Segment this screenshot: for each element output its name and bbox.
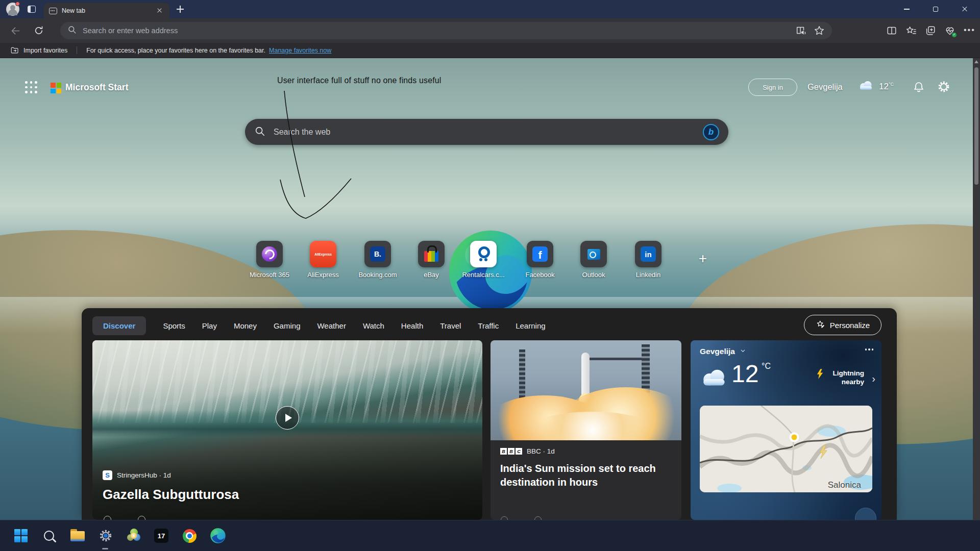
new-tab-button[interactable] bbox=[176, 5, 185, 14]
split-screen-icon[interactable] bbox=[886, 25, 897, 36]
header-weather-city[interactable]: Gevgelija bbox=[807, 82, 843, 92]
quick-link-microsoft365[interactable]: Microsoft 365 bbox=[248, 241, 291, 279]
edge-button[interactable] bbox=[210, 528, 226, 543]
annotation-text: User interface full of stuff no one find… bbox=[277, 76, 442, 85]
weather-card[interactable]: Gevgelija 12 °C Lightning nearby › bbox=[691, 340, 881, 520]
quick-link-rentalcars[interactable]: Rentalcars.c... bbox=[461, 241, 505, 279]
news-title[interactable]: India's Sun mission set to reach destina… bbox=[500, 462, 672, 489]
tab-close-icon[interactable] bbox=[155, 6, 164, 15]
gear-icon bbox=[99, 529, 113, 543]
windows-taskbar: S 17 ENG 4:04 07-Jan-24 bbox=[0, 520, 980, 551]
address-input[interactable] bbox=[83, 27, 795, 35]
header-weather-cloud-icon[interactable] bbox=[857, 81, 874, 93]
taskbar-search-button[interactable] bbox=[41, 528, 57, 543]
facebook-icon: f bbox=[532, 246, 548, 262]
quick-link-facebook[interactable]: f Facebook bbox=[518, 241, 562, 279]
start-button[interactable] bbox=[13, 528, 29, 543]
chrome-button[interactable] bbox=[182, 528, 197, 543]
feed-tab-bar: Discover Sports Play Money Gaming Weathe… bbox=[92, 315, 546, 336]
quick-link-outlook[interactable]: Outlook bbox=[572, 241, 616, 279]
caret-down-icon bbox=[740, 347, 746, 356]
tab-weather[interactable]: Weather bbox=[317, 321, 346, 330]
play-button[interactable] bbox=[276, 406, 299, 430]
scrollbar-thumb[interactable] bbox=[974, 67, 978, 185]
tab-travel[interactable]: Travel bbox=[440, 321, 461, 330]
browser-essentials-icon[interactable]: ✓ bbox=[944, 25, 955, 36]
chevron-right-icon[interactable]: › bbox=[872, 373, 875, 385]
metatrader-button[interactable]: S bbox=[126, 528, 141, 543]
window-maximize-button[interactable] bbox=[924, 0, 947, 18]
tab-actions-icon[interactable] bbox=[28, 5, 37, 14]
address-bar[interactable] bbox=[60, 22, 832, 39]
news-image-rocket-launch bbox=[491, 340, 681, 440]
manage-favorites-link[interactable]: Manage favorites now bbox=[269, 47, 331, 54]
weather-cloud-icon bbox=[699, 369, 728, 389]
profile-notification-dot bbox=[15, 2, 20, 6]
ebay-icon bbox=[424, 251, 438, 262]
weather-more-options-icon[interactable] bbox=[865, 348, 874, 350]
tab-play[interactable]: Play bbox=[202, 321, 217, 330]
collections-icon[interactable] bbox=[925, 25, 936, 36]
file-explorer-button[interactable] bbox=[70, 528, 85, 543]
window-minimize-button[interactable] bbox=[895, 0, 918, 18]
browser-tab[interactable]: New tab bbox=[44, 3, 169, 18]
feed-card-news[interactable]: BBC BBC · 1d India's Sun mission set to … bbox=[491, 340, 681, 520]
add-favorite-star-icon[interactable] bbox=[814, 25, 825, 36]
add-shortcut-plus-icon[interactable]: + bbox=[694, 250, 712, 267]
personalize-button[interactable]: Personalize bbox=[804, 315, 881, 335]
page-scrollbar[interactable] bbox=[973, 58, 980, 520]
reaction-icons-partial[interactable] bbox=[104, 516, 145, 520]
windows-logo-icon bbox=[14, 529, 28, 542]
import-favorites-button[interactable]: Import favorites bbox=[23, 47, 67, 54]
scrollbar-up-arrow[interactable] bbox=[974, 60, 978, 63]
sign-in-button[interactable]: Sign in bbox=[748, 79, 797, 96]
read-aloud-icon[interactable] bbox=[795, 25, 806, 36]
back-icon[interactable] bbox=[8, 23, 22, 38]
favorites-bar: Import favorites For quick access, place… bbox=[0, 43, 980, 58]
news-source-line: BBC · 1d bbox=[527, 447, 555, 455]
import-favorites-icon bbox=[10, 46, 19, 55]
tab-discover[interactable]: Discover bbox=[92, 316, 146, 335]
weather-alert[interactable]: Lightning nearby bbox=[803, 369, 864, 386]
settings-more-icon[interactable]: ••• bbox=[964, 25, 975, 36]
tab-money[interactable]: Money bbox=[234, 321, 257, 330]
lightning-icon bbox=[817, 369, 823, 381]
page-settings-gear-icon[interactable] bbox=[937, 80, 950, 93]
tab-gaming[interactable]: Gaming bbox=[274, 321, 301, 330]
tab-traffic[interactable]: Traffic bbox=[478, 321, 499, 330]
chrome-icon bbox=[183, 529, 197, 543]
weather-map[interactable]: Salonica bbox=[700, 406, 872, 492]
web-search-bar[interactable]: b bbox=[245, 119, 728, 145]
weather-city-dropdown[interactable]: Gevgelija bbox=[700, 347, 746, 356]
header-weather-temp[interactable]: 12°C bbox=[879, 82, 894, 92]
quick-link-aliexpress[interactable]: AliExpress AliExpress bbox=[301, 241, 345, 279]
quick-link-linkedin[interactable]: in Linkedin bbox=[626, 241, 670, 279]
favorites-hub-icon[interactable] bbox=[905, 25, 917, 36]
settings-button[interactable] bbox=[98, 528, 113, 543]
tab-watch[interactable]: Watch bbox=[363, 321, 384, 330]
quick-link-ebay[interactable]: eBay bbox=[409, 241, 453, 279]
stringershub-favicon: S bbox=[103, 470, 112, 480]
tradingview-button[interactable]: 17 bbox=[154, 528, 169, 543]
news-source-row: BBC BBC · 1d bbox=[500, 447, 555, 455]
metatrader-icon: S bbox=[127, 529, 141, 543]
tab-health[interactable]: Health bbox=[401, 321, 423, 330]
video-source-line: StringersHub · 1d bbox=[117, 471, 171, 479]
quick-link-booking[interactable]: B. Booking.com bbox=[356, 241, 400, 279]
feed-card-video[interactable]: S StringersHub · 1d Gazella Subgutturosa bbox=[92, 340, 482, 520]
app-launcher-icon[interactable] bbox=[23, 80, 38, 94]
video-title[interactable]: Gazella Subgutturosa bbox=[103, 487, 239, 503]
page-title[interactable]: Microsoft Start bbox=[65, 82, 128, 93]
tab-sports[interactable]: Sports bbox=[163, 321, 185, 330]
rentalcars-icon bbox=[477, 246, 490, 262]
window-close-button[interactable] bbox=[953, 0, 976, 18]
new-tab-page: Microsoft Start User interface full of s… bbox=[0, 58, 980, 520]
web-search-input[interactable] bbox=[274, 128, 703, 137]
bing-icon[interactable]: b bbox=[703, 124, 719, 140]
reaction-icons-partial[interactable] bbox=[501, 516, 542, 520]
tab-learning[interactable]: Learning bbox=[516, 321, 545, 330]
notifications-bell-icon[interactable] bbox=[913, 81, 925, 93]
map-locate-button-partial[interactable] bbox=[855, 508, 876, 520]
refresh-icon[interactable] bbox=[32, 23, 46, 38]
browser-titlebar: New tab bbox=[0, 0, 980, 18]
